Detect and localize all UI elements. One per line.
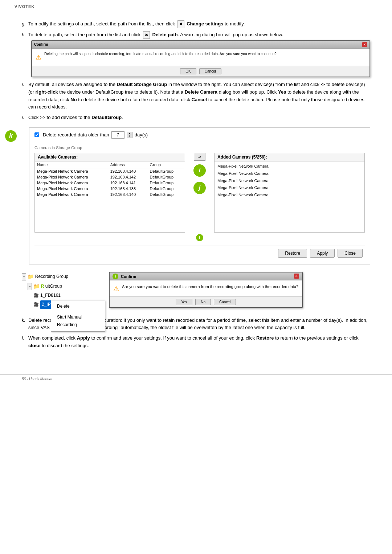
apply-button[interactable]: Apply xyxy=(310,249,335,258)
close-button[interactable]: Close xyxy=(338,249,363,258)
context-start-recording[interactable]: Start Manual Recording xyxy=(51,312,105,331)
footer: 86 - User's Manual xyxy=(0,374,392,383)
dialog-buttons: OK Cancel xyxy=(32,66,369,77)
close-bold: close xyxy=(28,343,40,348)
delete-dialog-cancel[interactable]: Cancel xyxy=(214,299,236,305)
delete-camera-bold: Delete Camera xyxy=(185,89,217,95)
instruction-h-text: To delete a path, select the path from t… xyxy=(28,32,283,37)
col-group: Group xyxy=(148,161,185,168)
change-settings-bold: Change settings xyxy=(187,21,223,26)
dialog-warning-text: Deleting the path will suspend schedule … xyxy=(44,52,277,57)
delete-dialog-body: ⚠ Are you sure you want to delete this c… xyxy=(110,280,302,296)
camera2-icon: 🎥 xyxy=(33,301,39,309)
delete-dialog-close[interactable]: ✕ xyxy=(294,274,299,279)
bottom-bar: Restore Apply Close xyxy=(34,246,365,259)
delete-older-checkbox[interactable] xyxy=(34,132,39,137)
label-i: i. xyxy=(22,81,27,89)
dialog-close-button[interactable]: ✕ xyxy=(362,42,367,47)
list-item: Mega-Pixel Network Camera xyxy=(217,170,362,177)
k-badge: k xyxy=(5,130,17,142)
move-right-button[interactable]: -> xyxy=(194,153,205,161)
recording-section: − 📁 Recording Group − 📁 R ultGroup 🎥 1_F… xyxy=(22,272,370,309)
scroll-indicator: l xyxy=(34,233,365,243)
label-g: g. xyxy=(22,20,27,28)
delete-path-bold: Delete path xyxy=(152,32,178,37)
restore-bold: Restore xyxy=(256,335,274,341)
label-l: l. xyxy=(22,335,27,342)
list-item: Mega-Pixel Network Camera xyxy=(217,163,362,170)
label-h: h. xyxy=(22,31,27,39)
delete-dialog-no[interactable]: No xyxy=(195,299,211,305)
available-cameras-panel: Available Cameras: Name Address Group Me… xyxy=(34,153,185,233)
default-group-label: R ultGroup xyxy=(41,283,62,291)
move-buttons-panel: -> i j xyxy=(189,153,211,194)
table-row[interactable]: Mega-Pixel Network Camera192.168.4.142De… xyxy=(35,174,185,180)
delete-dialog-i-badge: i xyxy=(113,274,118,279)
brand-title: VIVOTEK xyxy=(15,4,34,9)
tree-defaultgroup: − 📁 R ultGroup xyxy=(28,282,102,291)
i-badge: i xyxy=(193,164,206,177)
l-scroll-badge: l xyxy=(196,234,203,241)
list-item: Mega-Pixel Network Camera xyxy=(217,184,362,192)
instruction-g: g. To modify the settings of a path, sel… xyxy=(22,20,370,28)
no-bold: No xyxy=(70,97,77,102)
delete-dialog-title-text: Confirm xyxy=(121,274,136,278)
delete-path-icon: ✖ xyxy=(143,31,150,39)
spinner-buttons: ▲ ▼ xyxy=(127,132,132,138)
dialog-body: ⚠ Deleting the path will suspend schedul… xyxy=(32,49,369,66)
available-cameras-header: Available Cameras: xyxy=(35,153,185,161)
change-settings-icon: ✖ xyxy=(177,20,184,28)
delete-dialog-warning-icon: ⚠ xyxy=(113,285,119,293)
tree-collapse-defaultgroup[interactable]: − xyxy=(28,283,32,290)
cameras-group-label: Cameras in Storage Group xyxy=(34,143,365,150)
delete-dialog-buttons: Yes No Cancel xyxy=(110,296,302,307)
section-k: k Delete recorded data older than ▲ ▼ da… xyxy=(22,127,370,264)
delete-older-unit: day(s) xyxy=(135,132,148,138)
instruction-g-text: To modify the settings of a path, select… xyxy=(28,20,245,28)
tree-camera1: 🎥 1_FD8161 xyxy=(33,291,102,300)
table-row[interactable]: Mega-Pixel Network Camera192.168.4.140De… xyxy=(35,192,185,197)
table-row[interactable]: Mega-Pixel Network Camera192.168.4.140De… xyxy=(35,168,185,174)
defaultgroup-bold: DefaultGroup xyxy=(91,115,122,120)
delete-older-label: Delete recorded data older than xyxy=(43,132,109,138)
folder-icon-root: 📁 xyxy=(28,272,34,281)
tree-root: − 📁 Recording Group xyxy=(22,272,102,282)
instruction-i-text: By default, all devices are assigned to … xyxy=(28,81,370,111)
dialog-cancel-button[interactable]: Cancel xyxy=(199,68,221,74)
footer-text: 86 - User's Manual xyxy=(22,377,52,381)
folder-icon-defaultgroup: 📁 xyxy=(33,282,40,291)
delete-dialog-text: Are you sure you want to delete this cam… xyxy=(122,284,298,290)
dialog-ok-button[interactable]: OK xyxy=(180,68,196,74)
recording-group-label: Recording Group xyxy=(35,273,68,281)
added-cameras-panel: Added Cameras (5/256): Mega-Pixel Networ… xyxy=(214,153,365,233)
delete-camera-dialog: i Confirm ✕ ⚠ Are you sure you want to d… xyxy=(109,272,303,308)
cameras-layout: Available Cameras: Name Address Group Me… xyxy=(34,153,365,233)
camera2-container: 🎥 2_IP8330 Delete Start Manual Recording xyxy=(22,300,102,309)
recording-tree-panel: − 📁 Recording Group − 📁 R ultGroup 🎥 1_F… xyxy=(22,272,102,309)
restore-button[interactable]: Restore xyxy=(278,249,307,258)
delete-path-dialog: Confirm ✕ ⚠ Deleting the path will suspe… xyxy=(31,40,370,77)
camera1-icon: 🎥 xyxy=(33,292,39,300)
yes-bold: Yes xyxy=(278,89,286,95)
delete-older-input[interactable] xyxy=(111,131,124,139)
spinner-down[interactable]: ▼ xyxy=(127,135,132,138)
default-storage-group-bold: Default Storage Group xyxy=(117,82,167,87)
instruction-j: j. Click >> to add devices to the Defaul… xyxy=(22,114,370,122)
header: VIVOTEK xyxy=(0,0,392,13)
table-row[interactable]: Mega-Pixel Network Camera192.168.4.138De… xyxy=(35,186,185,192)
main-content: g. To modify the settings of a path, sel… xyxy=(0,13,392,367)
warning-icon: ⚠ xyxy=(36,52,41,63)
delete-dialog-title: i Confirm ✕ xyxy=(110,272,302,280)
list-item: Mega-Pixel Network Camera xyxy=(217,192,362,199)
delete-dialog-yes[interactable]: Yes xyxy=(176,299,192,305)
context-delete[interactable]: Delete xyxy=(51,301,105,312)
storage-panel: Delete recorded data older than ▲ ▼ day(… xyxy=(29,127,370,264)
instruction-j-text: Click >> to add devices to the DefaultGr… xyxy=(28,114,123,122)
tree-collapse-root[interactable]: − xyxy=(22,273,26,280)
added-cameras-header: Added Cameras (5/256): xyxy=(215,153,364,161)
table-row[interactable]: Mega-Pixel Network Camera192.168.4.141De… xyxy=(35,180,185,186)
col-address: Address xyxy=(108,161,148,168)
apply-bold: Apply xyxy=(77,335,90,341)
dialog-titlebar: Confirm ✕ xyxy=(32,41,369,49)
spinner-up[interactable]: ▲ xyxy=(127,132,132,135)
